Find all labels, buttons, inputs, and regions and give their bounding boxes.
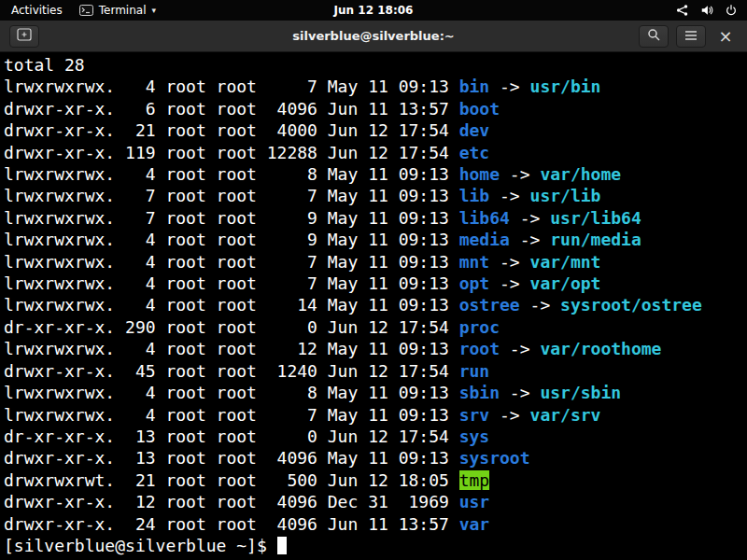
file-name: sysroot	[459, 448, 530, 468]
terminal-icon	[79, 5, 93, 16]
file-row: lrwxrwxrwx. 4 root root 14 May 11 09:13 …	[4, 294, 747, 315]
file-name: opt	[459, 273, 490, 293]
close-button[interactable]: ×	[713, 25, 738, 48]
file-name: usr	[459, 492, 490, 511]
close-icon: ×	[718, 28, 732, 45]
file-name: root	[459, 339, 500, 358]
new-tab-button[interactable]	[9, 25, 39, 48]
symlink-target: run/media	[550, 230, 641, 249]
file-name: home	[459, 164, 500, 184]
file-name: srv	[459, 405, 490, 425]
file-name: mnt	[459, 252, 490, 272]
file-name: dev	[459, 120, 490, 140]
symlink-target: var/srv	[530, 405, 601, 425]
symlink-target: var/mnt	[530, 252, 601, 272]
file-name: var	[459, 514, 490, 534]
power-icon	[725, 4, 738, 17]
menu-button[interactable]	[676, 25, 706, 48]
clock[interactable]: Jun 12 18:06	[334, 4, 414, 17]
file-row: drwxr-xr-x. 6 root root 4096 Jun 11 13:5…	[4, 98, 747, 119]
app-menu-button[interactable]: Terminal ▾	[79, 4, 156, 17]
file-name: sys	[459, 427, 490, 446]
file-row: lrwxrwxrwx. 4 root root 7 May 11 09:13 m…	[4, 251, 747, 273]
file-name: bin	[459, 77, 490, 96]
file-name: tmp	[459, 470, 490, 490]
terminal-viewport[interactable]: total 28lrwxrwxrwx. 4 root root 7 May 11…	[0, 52, 747, 559]
symlink-target: usr/lib	[530, 186, 601, 205]
file-row: drwxr-xr-x. 21 root root 4000 Jun 12 17:…	[4, 119, 747, 141]
app-menu-label: Terminal	[99, 4, 147, 17]
terminal-cursor	[277, 537, 287, 554]
file-name: boot	[459, 99, 500, 119]
file-listing: lrwxrwxrwx. 4 root root 7 May 11 09:13 b…	[4, 76, 747, 535]
file-name: etc	[459, 143, 490, 162]
file-row: drwxr-xr-x. 13 root root 4096 May 11 09:…	[4, 447, 747, 469]
activities-button[interactable]: Activities	[9, 4, 64, 17]
file-row: dr-xr-xr-x. 13 root root 0 Jun 12 17:54 …	[4, 426, 747, 447]
top-bar: Activities Terminal ▾ Jun 12 18:06	[0, 0, 747, 21]
volume-icon	[700, 4, 713, 17]
network-icon	[676, 4, 689, 17]
chevron-down-icon: ▾	[151, 6, 156, 15]
symlink-target: var/home	[540, 164, 621, 184]
file-name: lib	[459, 186, 490, 205]
file-row: lrwxrwxrwx. 7 root root 9 May 11 09:13 l…	[4, 207, 747, 229]
symlink-target: var/opt	[530, 273, 601, 293]
file-row: lrwxrwxrwx. 4 root root 8 May 11 09:13 s…	[4, 382, 747, 403]
file-row: lrwxrwxrwx. 4 root root 7 May 11 09:13 b…	[4, 76, 747, 97]
file-row: lrwxrwxrwx. 4 root root 8 May 11 09:13 h…	[4, 163, 747, 185]
window-title: silverblue@silverblue:~	[292, 29, 454, 43]
symlink-target: usr/lib64	[550, 208, 641, 228]
file-row: lrwxrwxrwx. 7 root root 7 May 11 09:13 l…	[4, 185, 747, 206]
shell-prompt: [silverblue@silverblue ~]$	[4, 536, 267, 555]
file-name: run	[459, 361, 490, 381]
file-row: drwxr-xr-x. 12 root root 4096 Dec 31 196…	[4, 491, 747, 512]
symlink-target: usr/bin	[530, 77, 601, 96]
search-icon	[647, 27, 660, 45]
menu-icon	[684, 27, 698, 45]
file-name: sbin	[459, 383, 500, 402]
new-tab-icon	[17, 27, 32, 45]
terminal-header-bar: silverblue@silverblue:~ ×	[0, 21, 747, 52]
file-row: lrwxrwxrwx. 4 root root 7 May 11 09:13 o…	[4, 273, 747, 294]
file-row: dr-xr-xr-x. 290 root root 0 Jun 12 17:54…	[4, 316, 747, 338]
file-row: drwxr-xr-x. 119 root root 12288 Jun 12 1…	[4, 142, 747, 163]
system-status-area[interactable]	[676, 4, 738, 17]
symlink-target: var/roothome	[540, 339, 661, 358]
file-row: lrwxrwxrwx. 4 root root 7 May 11 09:13 s…	[4, 404, 747, 426]
header-bar-actions: ×	[639, 25, 738, 48]
prompt-line: [silverblue@silverblue ~]$	[4, 535, 747, 556]
symlink-target: usr/sbin	[540, 383, 621, 402]
total-line: total 28	[4, 54, 747, 76]
file-row: lrwxrwxrwx. 4 root root 12 May 11 09:13 …	[4, 338, 747, 359]
file-name: lib64	[459, 208, 510, 228]
file-name: ostree	[459, 295, 520, 315]
file-row: drwxr-xr-x. 24 root root 4096 Jun 11 13:…	[4, 513, 747, 535]
top-bar-left: Activities Terminal ▾	[9, 4, 156, 17]
file-name: proc	[459, 317, 500, 337]
file-row: drwxr-xr-x. 45 root root 1240 Jun 12 17:…	[4, 360, 747, 382]
file-name: media	[459, 230, 510, 249]
symlink-target: sysroot/ostree	[560, 295, 702, 315]
file-row: lrwxrwxrwx. 4 root root 9 May 11 09:13 m…	[4, 229, 747, 250]
file-row: drwxrwxrwt. 21 root root 500 Jun 12 18:0…	[4, 469, 747, 491]
search-button[interactable]	[639, 25, 669, 48]
